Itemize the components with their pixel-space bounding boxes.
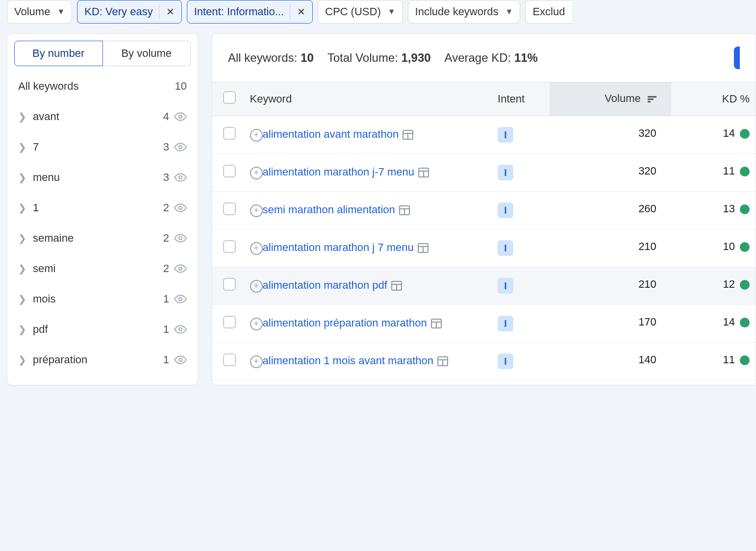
intent-badge[interactable]: I bbox=[498, 202, 513, 218]
group-item[interactable]: ❯avant4 bbox=[7, 101, 198, 132]
col-intent[interactable]: Intent bbox=[492, 82, 550, 116]
col-checkbox[interactable] bbox=[212, 82, 244, 116]
filter-include[interactable]: Include keywords ▼ bbox=[408, 0, 521, 24]
plus-circle-icon[interactable]: + bbox=[250, 242, 263, 255]
col-volume[interactable]: Volume bbox=[550, 82, 671, 116]
group-label: semi bbox=[30, 262, 163, 275]
kd-value: 11 bbox=[671, 343, 756, 380]
svg-point-7 bbox=[179, 328, 182, 331]
filter-volume[interactable]: Volume ▼ bbox=[7, 0, 72, 24]
group-item[interactable]: ❯préparation1 bbox=[7, 345, 198, 375]
svg-point-5 bbox=[179, 267, 182, 271]
close-icon[interactable]: ✕ bbox=[290, 4, 312, 19]
serp-icon[interactable] bbox=[403, 130, 413, 140]
group-label: 7 bbox=[30, 141, 163, 153]
volume-value: 260 bbox=[550, 192, 671, 229]
group-item[interactable]: ❯semaine2 bbox=[7, 223, 198, 253]
filter-cpc[interactable]: CPC (USD) ▼ bbox=[318, 0, 403, 24]
chevron-right-icon: ❯ bbox=[18, 111, 30, 123]
sidebar-all-count: 10 bbox=[175, 80, 187, 93]
filter-exclude[interactable]: Exclud bbox=[525, 0, 572, 24]
row-checkbox[interactable] bbox=[223, 316, 236, 328]
kd-difficulty-dot bbox=[740, 167, 750, 176]
row-checkbox[interactable] bbox=[223, 353, 236, 366]
row-checkbox[interactable] bbox=[223, 165, 236, 177]
group-count: 2 bbox=[163, 201, 169, 214]
chevron-down-icon: ▼ bbox=[505, 7, 513, 16]
serp-icon[interactable] bbox=[399, 205, 410, 215]
svg-point-2 bbox=[179, 176, 182, 179]
filter-kd[interactable]: KD: Very easy ✕ bbox=[77, 0, 181, 24]
intent-badge[interactable]: I bbox=[498, 353, 513, 369]
group-item[interactable]: ❯mois1 bbox=[7, 284, 198, 314]
group-item[interactable]: ❯semi2 bbox=[7, 253, 198, 284]
group-item[interactable]: ❯12 bbox=[7, 193, 198, 223]
group-item[interactable]: ❯pdf1 bbox=[7, 314, 198, 345]
checkbox[interactable] bbox=[223, 91, 236, 104]
row-checkbox[interactable] bbox=[223, 240, 236, 253]
keyword-cell: +semi marathon alimentation bbox=[250, 202, 486, 218]
eye-icon[interactable] bbox=[174, 171, 187, 184]
kd-difficulty-dot bbox=[740, 318, 750, 327]
tab-by-number[interactable]: By number bbox=[14, 41, 103, 66]
eye-icon[interactable] bbox=[174, 262, 187, 275]
serp-icon[interactable] bbox=[418, 168, 429, 177]
keyword-link[interactable]: alimentation avant marathon bbox=[263, 127, 399, 142]
sidebar-all-keywords[interactable]: All keywords 10 bbox=[7, 73, 198, 100]
serp-icon[interactable] bbox=[437, 356, 448, 366]
intent-badge[interactable]: I bbox=[498, 278, 513, 294]
plus-circle-icon[interactable]: + bbox=[250, 318, 263, 330]
row-checkbox[interactable] bbox=[223, 127, 236, 140]
keyword-cell: +alimentation 1 mois avant marathon bbox=[250, 353, 486, 369]
keyword-link[interactable]: alimentation 1 mois avant marathon bbox=[263, 353, 434, 369]
eye-icon[interactable] bbox=[174, 141, 187, 153]
eye-icon[interactable] bbox=[174, 201, 187, 214]
filter-intent[interactable]: Intent: Informatio... ✕ bbox=[187, 0, 313, 24]
serp-icon[interactable] bbox=[418, 243, 428, 253]
plus-circle-icon[interactable]: + bbox=[250, 280, 263, 293]
group-label: menu bbox=[30, 171, 163, 184]
svg-rect-10 bbox=[648, 99, 654, 100]
eye-icon[interactable] bbox=[174, 232, 187, 245]
keyword-link[interactable]: alimentation marathon pdf bbox=[263, 278, 387, 293]
primary-action-button[interactable] bbox=[734, 47, 740, 69]
eye-icon[interactable] bbox=[174, 353, 187, 366]
table-row: +alimentation marathon j 7 menuI21010 bbox=[212, 229, 756, 267]
keyword-link[interactable]: alimentation préparation marathon bbox=[263, 316, 427, 331]
keyword-link[interactable]: alimentation marathon j-7 menu bbox=[263, 165, 414, 180]
keyword-link[interactable]: alimentation marathon j 7 menu bbox=[263, 240, 414, 255]
plus-circle-icon[interactable]: + bbox=[250, 129, 263, 142]
eye-icon[interactable] bbox=[174, 293, 187, 305]
group-count: 1 bbox=[163, 323, 169, 336]
keyword-link[interactable]: semi marathon alimentation bbox=[263, 202, 395, 218]
chevron-down-icon: ▼ bbox=[57, 7, 65, 16]
tab-by-volume[interactable]: By volume bbox=[103, 41, 191, 66]
sort-desc-icon bbox=[648, 93, 656, 106]
plus-circle-icon[interactable]: + bbox=[250, 204, 263, 217]
col-kd[interactable]: KD % bbox=[671, 82, 756, 116]
kd-difficulty-dot bbox=[740, 204, 750, 214]
keyword-cell: +alimentation préparation marathon bbox=[250, 316, 486, 331]
eye-icon[interactable] bbox=[174, 323, 187, 336]
serp-icon[interactable] bbox=[431, 319, 442, 328]
close-icon[interactable]: ✕ bbox=[159, 4, 181, 19]
svg-point-8 bbox=[179, 358, 182, 362]
keyword-cell: +alimentation avant marathon bbox=[250, 127, 486, 142]
intent-badge[interactable]: I bbox=[498, 165, 513, 180]
row-checkbox[interactable] bbox=[223, 202, 236, 215]
filter-label: KD: Very easy bbox=[84, 5, 152, 18]
table-row: +alimentation marathon pdfI21012 bbox=[212, 267, 756, 305]
col-keyword[interactable]: Keyword bbox=[244, 82, 492, 116]
intent-badge[interactable]: I bbox=[498, 316, 513, 331]
group-item[interactable]: ❯menu3 bbox=[7, 162, 198, 193]
intent-badge[interactable]: I bbox=[498, 127, 513, 143]
volume-value: 320 bbox=[550, 116, 671, 154]
eye-icon[interactable] bbox=[174, 110, 187, 123]
plus-circle-icon[interactable]: + bbox=[250, 355, 263, 368]
group-item[interactable]: ❯73 bbox=[7, 132, 198, 162]
plus-circle-icon[interactable]: + bbox=[250, 167, 263, 179]
group-label: pdf bbox=[30, 323, 163, 336]
intent-badge[interactable]: I bbox=[498, 240, 513, 256]
serp-icon[interactable] bbox=[391, 281, 402, 291]
row-checkbox[interactable] bbox=[223, 278, 236, 291]
